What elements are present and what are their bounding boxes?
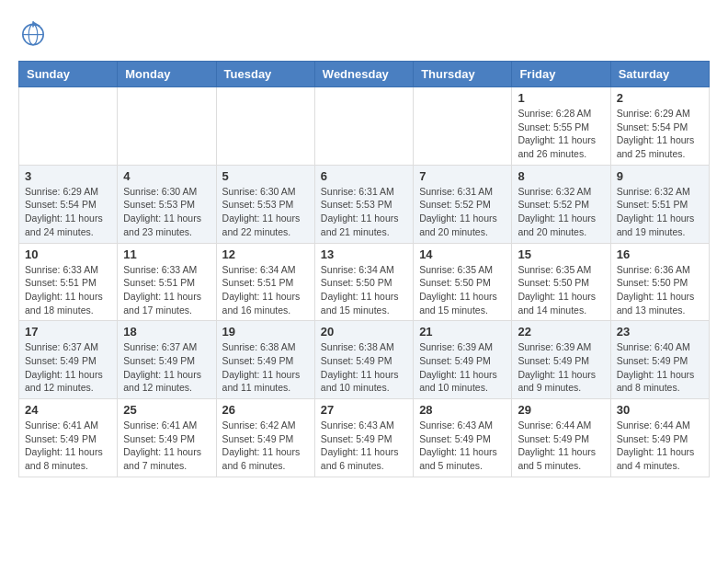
day-number: 8 [518,169,604,183]
day-info: Sunrise: 6:30 AM Sunset: 5:53 PM Dayligh… [123,185,210,239]
day-number: 27 [321,403,407,417]
day-number: 22 [518,325,604,339]
calendar-day-cell [414,87,512,166]
calendar-day-cell: 15Sunrise: 6:35 AM Sunset: 5:50 PM Dayli… [512,243,610,321]
day-info: Sunrise: 6:30 AM Sunset: 5:53 PM Dayligh… [222,185,309,239]
calendar-day-cell: 16Sunrise: 6:36 AM Sunset: 5:50 PM Dayli… [610,243,709,321]
day-number: 21 [419,325,506,339]
day-number: 23 [617,325,703,339]
calendar-day-cell: 23Sunrise: 6:40 AM Sunset: 5:49 PM Dayli… [610,321,709,399]
logo [18,18,53,52]
day-info: Sunrise: 6:34 AM Sunset: 5:51 PM Dayligh… [222,263,309,317]
day-info: Sunrise: 6:34 AM Sunset: 5:50 PM Dayligh… [321,263,407,317]
day-number: 15 [518,247,604,261]
day-info: Sunrise: 6:39 AM Sunset: 5:49 PM Dayligh… [518,340,604,395]
day-info: Sunrise: 6:36 AM Sunset: 5:50 PM Dayligh… [617,263,703,317]
calendar-day-cell: 17Sunrise: 6:37 AM Sunset: 5:49 PM Dayli… [19,321,118,399]
day-number: 13 [321,247,407,261]
calendar-day-cell: 27Sunrise: 6:43 AM Sunset: 5:49 PM Dayli… [314,399,413,477]
calendar-day-cell: 29Sunrise: 6:44 AM Sunset: 5:49 PM Dayli… [512,399,610,477]
calendar-day-cell: 14Sunrise: 6:35 AM Sunset: 5:50 PM Dayli… [414,243,512,321]
calendar-week-row: 17Sunrise: 6:37 AM Sunset: 5:49 PM Dayli… [19,321,710,399]
day-number: 26 [222,403,309,417]
calendar-day-cell: 12Sunrise: 6:34 AM Sunset: 5:51 PM Dayli… [216,243,314,321]
day-info: Sunrise: 6:29 AM Sunset: 5:54 PM Dayligh… [617,107,703,161]
calendar-day-cell: 11Sunrise: 6:33 AM Sunset: 5:51 PM Dayli… [118,243,216,321]
calendar-day-cell: 7Sunrise: 6:31 AM Sunset: 5:52 PM Daylig… [414,165,512,243]
calendar-day-cell: 1Sunrise: 6:28 AM Sunset: 5:55 PM Daylig… [512,87,610,166]
day-info: Sunrise: 6:37 AM Sunset: 5:49 PM Dayligh… [123,340,210,395]
day-info: Sunrise: 6:40 AM Sunset: 5:49 PM Dayligh… [617,340,703,395]
day-info: Sunrise: 6:29 AM Sunset: 5:54 PM Dayligh… [25,185,111,239]
day-info: Sunrise: 6:44 AM Sunset: 5:49 PM Dayligh… [617,419,703,473]
day-number: 28 [419,403,506,417]
day-number: 20 [321,325,407,339]
day-number: 1 [518,91,604,105]
calendar-header-tuesday: Tuesday [216,62,314,87]
calendar-day-cell: 21Sunrise: 6:39 AM Sunset: 5:49 PM Dayli… [414,321,512,399]
calendar-day-cell [118,87,216,166]
day-number: 6 [321,169,407,183]
calendar-day-cell [314,87,413,166]
calendar-header-wednesday: Wednesday [314,62,413,87]
calendar-day-cell: 10Sunrise: 6:33 AM Sunset: 5:51 PM Dayli… [19,243,118,321]
day-number: 25 [123,403,210,417]
calendar-header-row: SundayMondayTuesdayWednesdayThursdayFrid… [19,62,710,87]
calendar-day-cell: 20Sunrise: 6:38 AM Sunset: 5:49 PM Dayli… [314,321,413,399]
calendar-day-cell: 6Sunrise: 6:31 AM Sunset: 5:53 PM Daylig… [314,165,413,243]
calendar-week-row: 1Sunrise: 6:28 AM Sunset: 5:55 PM Daylig… [19,87,710,166]
calendar-day-cell: 9Sunrise: 6:32 AM Sunset: 5:51 PM Daylig… [610,165,709,243]
calendar-day-cell: 5Sunrise: 6:30 AM Sunset: 5:53 PM Daylig… [216,165,314,243]
calendar-day-cell: 30Sunrise: 6:44 AM Sunset: 5:49 PM Dayli… [610,399,709,477]
day-number: 5 [222,169,309,183]
day-info: Sunrise: 6:41 AM Sunset: 5:49 PM Dayligh… [123,419,210,473]
calendar-day-cell: 2Sunrise: 6:29 AM Sunset: 5:54 PM Daylig… [610,87,709,166]
day-number: 10 [25,247,111,261]
day-number: 9 [617,169,703,183]
day-info: Sunrise: 6:38 AM Sunset: 5:49 PM Dayligh… [222,340,309,395]
day-info: Sunrise: 6:35 AM Sunset: 5:50 PM Dayligh… [518,263,604,317]
day-info: Sunrise: 6:32 AM Sunset: 5:52 PM Dayligh… [518,185,604,239]
day-number: 17 [25,325,111,339]
calendar-day-cell: 8Sunrise: 6:32 AM Sunset: 5:52 PM Daylig… [512,165,610,243]
day-info: Sunrise: 6:33 AM Sunset: 5:51 PM Dayligh… [123,263,210,317]
day-number: 3 [25,169,111,183]
calendar-week-row: 24Sunrise: 6:41 AM Sunset: 5:49 PM Dayli… [19,399,710,477]
day-info: Sunrise: 6:44 AM Sunset: 5:49 PM Dayligh… [518,419,604,473]
day-number: 24 [25,403,111,417]
day-info: Sunrise: 6:31 AM Sunset: 5:52 PM Dayligh… [419,185,506,239]
calendar-week-row: 3Sunrise: 6:29 AM Sunset: 5:54 PM Daylig… [19,165,710,243]
calendar-day-cell: 28Sunrise: 6:43 AM Sunset: 5:49 PM Dayli… [414,399,512,477]
day-info: Sunrise: 6:28 AM Sunset: 5:55 PM Dayligh… [518,107,604,161]
calendar-day-cell [216,87,314,166]
day-info: Sunrise: 6:37 AM Sunset: 5:49 PM Dayligh… [25,340,111,395]
day-number: 14 [419,247,506,261]
page-header [18,18,710,52]
day-number: 2 [617,91,703,105]
calendar-day-cell [19,87,118,166]
day-info: Sunrise: 6:41 AM Sunset: 5:49 PM Dayligh… [25,419,111,473]
logo-icon [18,18,48,52]
day-number: 4 [123,169,210,183]
day-info: Sunrise: 6:31 AM Sunset: 5:53 PM Dayligh… [321,185,407,239]
svg-marker-4 [33,21,40,26]
day-number: 29 [518,403,604,417]
calendar-week-row: 10Sunrise: 6:33 AM Sunset: 5:51 PM Dayli… [19,243,710,321]
day-info: Sunrise: 6:38 AM Sunset: 5:49 PM Dayligh… [321,340,407,395]
day-info: Sunrise: 6:33 AM Sunset: 5:51 PM Dayligh… [25,263,111,317]
calendar-header-friday: Friday [512,62,610,87]
calendar-day-cell: 22Sunrise: 6:39 AM Sunset: 5:49 PM Dayli… [512,321,610,399]
calendar-day-cell: 18Sunrise: 6:37 AM Sunset: 5:49 PM Dayli… [118,321,216,399]
day-info: Sunrise: 6:42 AM Sunset: 5:49 PM Dayligh… [222,419,309,473]
day-info: Sunrise: 6:39 AM Sunset: 5:49 PM Dayligh… [419,340,506,395]
day-number: 19 [222,325,309,339]
calendar-header-saturday: Saturday [610,62,709,87]
calendar-day-cell: 19Sunrise: 6:38 AM Sunset: 5:49 PM Dayli… [216,321,314,399]
calendar-day-cell: 25Sunrise: 6:41 AM Sunset: 5:49 PM Dayli… [118,399,216,477]
day-info: Sunrise: 6:43 AM Sunset: 5:49 PM Dayligh… [419,419,506,473]
calendar-header-monday: Monday [118,62,216,87]
calendar-day-cell: 26Sunrise: 6:42 AM Sunset: 5:49 PM Dayli… [216,399,314,477]
calendar-table: SundayMondayTuesdayWednesdayThursdayFrid… [18,61,710,477]
day-number: 16 [617,247,703,261]
day-info: Sunrise: 6:35 AM Sunset: 5:50 PM Dayligh… [419,263,506,317]
